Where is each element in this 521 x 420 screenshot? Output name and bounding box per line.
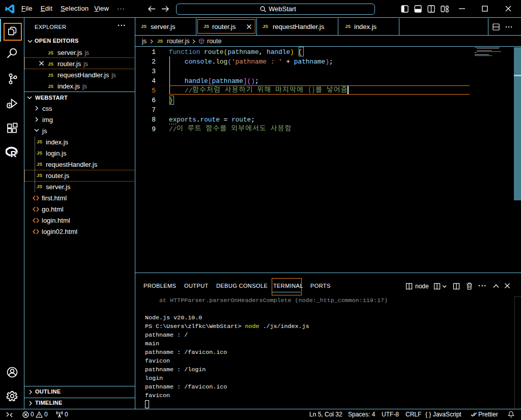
svg-text:R: R bbox=[11, 149, 17, 159]
